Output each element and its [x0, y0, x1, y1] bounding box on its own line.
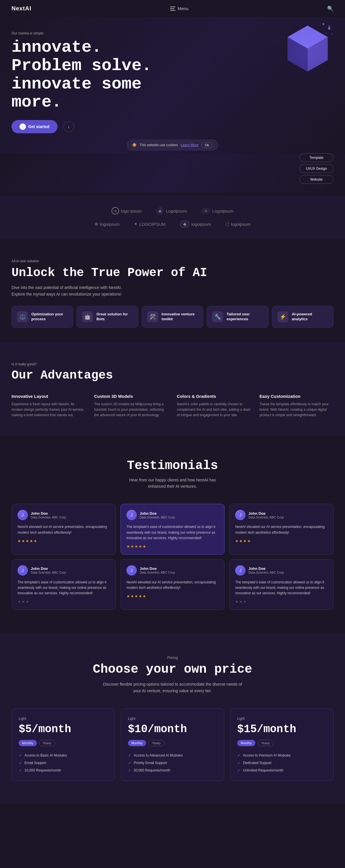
template-badge[interactable]: Template — [299, 153, 334, 162]
author-name-2: John Doe — [140, 511, 175, 516]
all-in-one-desc: Dive into the vast potential of artifici… — [11, 284, 334, 297]
test-text-2: The template's ease of customization all… — [126, 524, 219, 541]
feature-card-5[interactable]: ⚡ AI-powered analytics — [272, 306, 334, 328]
scroll-down-button[interactable]: ↓ — [63, 121, 74, 132]
logo-icon-5: ✦ — [134, 221, 138, 227]
pricing-card-1: Light $5/month Monthly Yearly ✓Access to… — [11, 708, 115, 781]
cookie-ok-button[interactable]: Ok — [201, 142, 213, 148]
testimonials-title: Testimonials — [11, 458, 334, 473]
svg-rect-8 — [328, 25, 330, 28]
feature-text-2: Great solution for Bots — [96, 312, 133, 322]
check-icon: ✓ — [237, 768, 241, 773]
advantage-title-2: Custom 3D Models — [94, 394, 169, 399]
logo-icon-6: ◆ — [180, 221, 190, 227]
test-card-1: J John Doe Data Scientist, ABC Corp Next… — [11, 504, 116, 555]
logo-item-2: ◉ Logoipsum — [156, 207, 187, 215]
pricing-price-3: $15/month — [237, 723, 326, 735]
advantage-item-2: Custom 3D Models The custom 3D models by… — [94, 394, 169, 418]
monthly-btn-3[interactable]: Monthly — [237, 740, 255, 746]
testimonials-bottom-row: J John Doe Data Scientist, ABC Corp The … — [11, 559, 334, 610]
stars-3: ★★★★ — [235, 539, 327, 543]
testimonials-section: Testimonials Hear from our happy clients… — [0, 435, 345, 633]
testimonials-desc: Hear from our happy clients and how Next… — [11, 477, 334, 490]
logo-name-4: logoipsum — [100, 222, 120, 227]
svg-point-7 — [326, 32, 327, 33]
logo-icon-4: ⊕ — [94, 221, 98, 227]
logos-section: ⊕ logo ipsum ◉ Logoipsum ⊜ Logoipsum ⊕ l… — [0, 195, 345, 239]
pricing-features-3: ✓Access to Premium AI Modules ✓Dedicated… — [237, 753, 326, 773]
feature-card-2[interactable]: 🤖 Great solution for Bots — [77, 306, 138, 328]
feature-icon-2: 🤖 — [82, 311, 93, 322]
feature-2-2: ✓Priority Email Support — [128, 761, 217, 765]
scroll-down-icon: ↓ — [67, 124, 69, 129]
all-in-one-section: All-in-one solution Unlock the True Powe… — [0, 239, 345, 342]
test-author-2: J John Doe Data Scientist, ABC Corp — [126, 510, 219, 520]
feature-text-1: Optimization your process — [31, 312, 67, 322]
menu-label: Menu — [178, 6, 189, 11]
test-author-4: J John Doe Data Scientist, ABC Corp — [18, 565, 110, 576]
feature-3-2: ✓Dedicated Support — [237, 761, 326, 765]
test-author-1: J John Doe Data Scientist, ABC Corp — [18, 510, 110, 520]
stars-2: ★★★★★ — [126, 544, 219, 549]
logo-icon-1: ⊕ — [112, 207, 119, 215]
pricing-features-2: ✓Access to Advanced AI Modules ✓Priority… — [128, 753, 217, 773]
logo-name-6: logoipsum — [192, 222, 211, 227]
pricing-tier-2: Light — [128, 717, 217, 721]
learn-more-link[interactable]: Learn More — [180, 143, 198, 147]
test-text-1: NextAI elevated our AI service presentat… — [18, 524, 110, 535]
uiux-badge[interactable]: UI/UX Design — [299, 164, 334, 173]
check-icon: ✓ — [128, 761, 132, 765]
author-role-5: Data Scientist, ABC Corp — [140, 571, 175, 574]
logo-item-6: ◆ logoipsum — [180, 221, 211, 227]
author-name-1: John Doe — [31, 511, 66, 516]
stars-4: ★★★ — [18, 599, 110, 604]
hero-line1: innovate. — [11, 38, 201, 57]
feature-card-3[interactable]: 🛠️ Innovative venture toolkit — [142, 306, 203, 328]
nav-menu-button[interactable]: Menu — [170, 6, 189, 11]
search-icon[interactable]: 🔍 — [327, 5, 334, 12]
avatar-4: J — [18, 565, 28, 576]
stars-1: ★★★★★ — [18, 539, 110, 543]
logo-name-7: logoipsum — [231, 222, 251, 227]
hamburger-icon — [170, 7, 175, 11]
feature-card-1[interactable]: ⚖️ Optimization your process — [11, 306, 73, 328]
testimonials-top-row: J John Doe Data Scientist, ABC Corp Next… — [11, 504, 334, 555]
advantage-desc-2: The custom 3D models by Midjourney bring… — [94, 402, 169, 418]
hero-badge-area: Template UI/UX Design Website — [0, 153, 345, 192]
logo-item-7: ⬡ logoipsum — [225, 221, 251, 227]
feature-text-3: Innovative venture toolkit — [162, 312, 198, 322]
advantage-item-3: Colors & Gradients NextAI's color palett… — [177, 394, 251, 418]
svg-point-6 — [323, 23, 324, 25]
hero-actions: → Get started ↓ — [11, 120, 334, 133]
avatar-2: J — [126, 510, 137, 520]
pricing-card-2: Light $10/month Monthly Yearly ✓Access t… — [121, 708, 224, 781]
yearly-btn-1[interactable]: Yearly — [39, 740, 55, 746]
monthly-btn-1[interactable]: Monthly — [19, 740, 37, 746]
check-icon: ✓ — [128, 753, 132, 758]
check-icon: ✓ — [237, 761, 241, 765]
nav-logo[interactable]: NextAI — [11, 5, 31, 12]
hero-title: innovate. Problem solve. innovate some m… — [11, 38, 201, 112]
monthly-btn-2[interactable]: Monthly — [128, 740, 146, 746]
cube-svg — [279, 20, 336, 77]
check-icon: ✓ — [19, 761, 22, 765]
cta-label: Get started — [28, 124, 50, 129]
yearly-btn-3[interactable]: Yearly — [258, 740, 274, 746]
get-started-button[interactable]: → Get started — [11, 120, 57, 133]
navbar: NextAI Menu 🔍 — [0, 0, 345, 17]
pricing-title: Choose your own price — [11, 662, 334, 676]
test-card-3: J John Doe Data Scientist, ABC Corp Next… — [229, 504, 334, 555]
author-role-6: Data Scientist, ABC Corp — [249, 571, 284, 574]
advantage-item-4: Easy Customization Tweak the template ef… — [260, 394, 334, 418]
yearly-btn-2[interactable]: Yearly — [148, 740, 165, 746]
logo-icon-3: ⊜ — [201, 208, 210, 214]
advantages-grid: Innovative Layout Experience a fresh lay… — [11, 394, 334, 418]
logos-row-1: ⊕ logo ipsum ◉ Logoipsum ⊜ Logoipsum — [112, 207, 233, 215]
feature-card-4[interactable]: 🔧 Tailored user experiences — [207, 306, 268, 328]
website-badge[interactable]: Website — [299, 175, 334, 184]
author-role-4: Data Scientist, ABC Corp — [31, 571, 66, 574]
check-icon: ✓ — [19, 768, 22, 773]
advantage-title-1: Innovative Layout — [11, 394, 86, 399]
logo-name-5: LOGOIPSUM — [139, 222, 166, 227]
avatar-1: J — [18, 510, 28, 520]
